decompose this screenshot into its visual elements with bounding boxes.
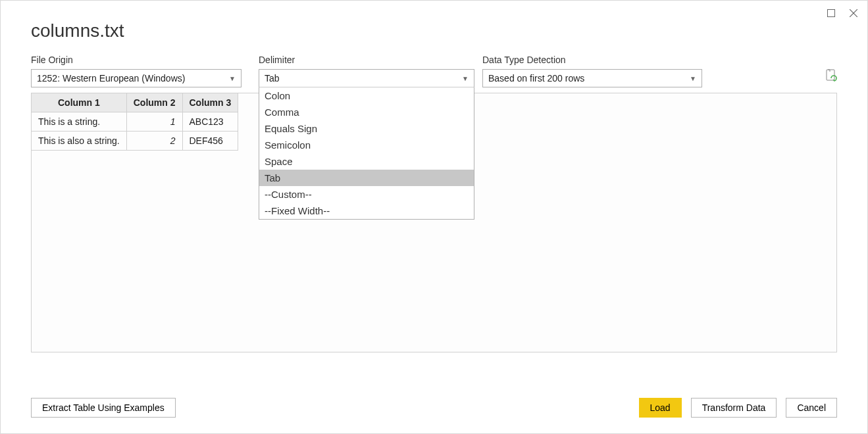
cell: DEF456	[182, 132, 238, 151]
file-origin-dropdown[interactable]: 1252: Western European (Windows) ▼	[31, 69, 242, 87]
transform-data-button[interactable]: Transform Data	[691, 398, 777, 418]
column-header[interactable]: Column 1	[32, 93, 126, 112]
delimiter-option-tab[interactable]: Tab	[259, 170, 474, 186]
delimiter-option-space[interactable]: Space	[259, 153, 474, 170]
delimiter-option-fixed-width[interactable]: --Fixed Width--	[259, 203, 474, 219]
delimiter-option-custom[interactable]: --Custom--	[259, 186, 474, 203]
file-preview-dialog: columns.txt File Origin 1252: Western Eu…	[0, 0, 868, 434]
delimiter-value: Tab	[265, 73, 280, 84]
extract-table-button[interactable]: Extract Table Using Examples	[31, 398, 176, 418]
cell: ABC123	[182, 112, 238, 132]
cell: 1	[126, 112, 182, 132]
load-button[interactable]: Load	[639, 398, 682, 418]
delimiter-option-comma[interactable]: Comma	[259, 104, 474, 120]
dialog-title: columns.txt	[1, 1, 867, 41]
preview-table: Column 1 Column 2 Column 3 This is a str…	[32, 93, 238, 151]
close-icon[interactable]	[848, 7, 859, 19]
delimiter-option-semicolon[interactable]: Semicolon	[259, 137, 474, 153]
delimiter-option-colon[interactable]: Colon	[259, 87, 474, 104]
cancel-button[interactable]: Cancel	[786, 398, 837, 418]
maximize-icon[interactable]	[825, 7, 837, 19]
chevron-down-icon: ▼	[462, 75, 469, 82]
chevron-down-icon: ▼	[229, 75, 236, 82]
file-origin-value: 1252: Western European (Windows)	[37, 73, 185, 84]
column-header[interactable]: Column 2	[126, 93, 182, 112]
detection-label: Data Type Detection	[482, 55, 702, 65]
svg-rect-0	[828, 10, 835, 17]
cell: This is also a string.	[32, 132, 126, 151]
svg-rect-3	[827, 70, 834, 80]
delimiter-label: Delimiter	[259, 55, 482, 65]
column-header[interactable]: Column 3	[182, 93, 238, 112]
cell: 2	[126, 132, 182, 151]
detection-value: Based on first 200 rows	[488, 73, 584, 84]
chevron-down-icon: ▼	[690, 75, 696, 82]
delimiter-option-equals[interactable]: Equals Sign	[259, 120, 474, 137]
delimiter-dropdown[interactable]: Tab ▼ Colon Comma Equals Sign Semicolon …	[259, 69, 474, 87]
refresh-icon[interactable]	[825, 69, 837, 87]
table-header-row: Column 1 Column 2 Column 3	[32, 93, 238, 112]
delimiter-option-list: Colon Comma Equals Sign Semicolon Space …	[259, 87, 474, 220]
detection-dropdown[interactable]: Based on first 200 rows ▼	[482, 69, 702, 87]
table-row: This is a string. 1 ABC123	[32, 112, 238, 132]
cell: This is a string.	[32, 112, 126, 132]
table-row: This is also a string. 2 DEF456	[32, 132, 238, 151]
file-origin-label: File Origin	[31, 55, 259, 65]
